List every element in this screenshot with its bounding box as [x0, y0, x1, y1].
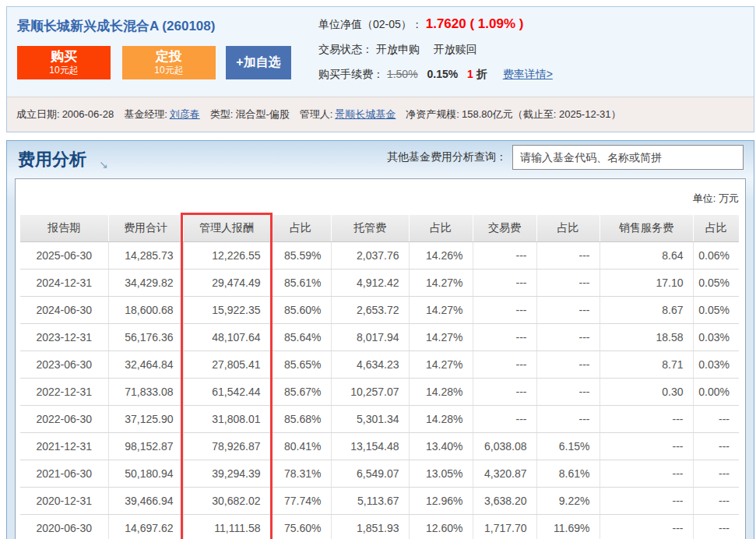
info-bar: 成立日期:2006-06-28基金经理:刘彦春类型:混合型-偏股管理人:景顺长城…: [7, 97, 754, 132]
info-value-link[interactable]: 景顺长城基金: [335, 108, 396, 120]
value-cell: ---: [536, 269, 600, 296]
add-favorite-button[interactable]: +加自选: [226, 46, 291, 79]
trade-status-line: 交易状态： 开放申购 开放赎回: [318, 42, 553, 56]
info-item: 成立日期:2006-06-28: [16, 108, 114, 120]
value-cell: 14.27%: [409, 351, 473, 378]
value-cell: 1,717.70: [473, 514, 536, 539]
value-cell: 14.26%: [409, 241, 473, 269]
report-date-cell: 2021-12-31: [20, 432, 108, 460]
value-cell: ---: [536, 405, 600, 432]
value-cell: ---: [536, 296, 600, 323]
column-header: 占比: [536, 215, 600, 241]
value-cell: 31,808.01: [183, 405, 270, 432]
value-cell: 15,922.35: [183, 296, 270, 323]
value-cell: 34,429.82: [108, 269, 183, 296]
table-row: 2020-06-3014,697.6211,111.5875.60%1,851.…: [20, 514, 739, 539]
column-header: 报告期: [20, 215, 108, 241]
section-title: 费用分析: [18, 148, 86, 171]
table-row: 2024-12-3134,429.8229,474.4985.61%4,912.…: [20, 269, 739, 296]
subscribe-status: 开放申购: [376, 43, 420, 55]
table-row: 2023-12-3156,176.3648,107.6485.64%8,017.…: [20, 323, 739, 351]
value-cell: 56,176.36: [108, 323, 183, 351]
value-cell: ---: [473, 378, 536, 405]
fund-header-panel: 景顺长城新兴成长混合A (260108) 购买 10元起 定投 10元起 +加自…: [6, 6, 754, 132]
value-cell: 4,912.42: [331, 269, 409, 296]
buy-button-label: 购买: [51, 49, 77, 65]
value-cell: 18.58: [600, 323, 693, 351]
value-cell: 0.05%: [693, 296, 739, 323]
report-date-cell: 2024-06-30: [20, 296, 108, 323]
value-cell: 27,805.41: [183, 351, 270, 378]
original-fee-rate: 1.50%: [387, 68, 418, 80]
info-label: 基金经理:: [124, 108, 167, 120]
value-cell: 78,926.87: [183, 432, 270, 460]
value-cell: ---: [536, 323, 600, 351]
value-cell: 14,285.73: [108, 241, 183, 269]
value-cell: ---: [473, 351, 536, 378]
table-row: 2022-12-3171,833.0861,542.4485.67%10,257…: [20, 378, 739, 405]
value-cell: 14.28%: [409, 378, 473, 405]
value-cell: 85.60%: [270, 296, 331, 323]
value-cell: ---: [693, 487, 739, 514]
value-cell: ---: [693, 514, 739, 539]
auto-invest-button-sub: 10元起: [154, 65, 183, 76]
column-header: 占比: [409, 215, 473, 241]
fee-table-container: 单位: 万元 报告期费用合计管理人报酬占比托管费占比交易费占比销售服务费占比 2…: [15, 178, 746, 539]
purchase-fee-label: 购买手续费：: [318, 68, 384, 80]
value-cell: 6,549.07: [331, 460, 409, 487]
value-cell: ---: [473, 269, 536, 296]
value-cell: 11.69%: [536, 514, 600, 539]
nav-value: 1.7620 ( 1.09% ): [426, 16, 524, 31]
info-value: 158.80亿元（截止至: 2025-12-31）: [462, 108, 621, 120]
column-header: 费用合计: [108, 215, 183, 241]
value-cell: 32,464.84: [108, 351, 183, 378]
value-cell: ---: [473, 296, 536, 323]
fund-query-group: 其他基金费用分析查询：: [387, 145, 744, 170]
value-cell: 4,634.23: [331, 351, 409, 378]
value-cell: ---: [600, 514, 693, 539]
value-cell: ---: [536, 241, 600, 269]
column-header: 占比: [270, 215, 331, 241]
column-header: 交易费: [473, 215, 536, 241]
value-cell: ---: [600, 460, 693, 487]
value-cell: 13,154.48: [331, 432, 409, 460]
value-cell: 3,638.20: [473, 487, 536, 514]
report-date-cell: 2020-06-30: [20, 514, 108, 539]
report-date-cell: 2022-12-31: [20, 378, 108, 405]
value-cell: 8.71: [600, 351, 693, 378]
value-cell: 0.03%: [693, 351, 739, 378]
discount-unit: 折: [476, 68, 487, 80]
value-cell: 75.60%: [270, 514, 331, 539]
auto-invest-button[interactable]: 定投 10元起: [122, 46, 216, 79]
value-cell: 6,038.08: [473, 432, 536, 460]
buy-button[interactable]: 购买 10元起: [17, 46, 111, 79]
value-cell: 71,833.08: [108, 378, 183, 405]
report-date-cell: 2023-06-30: [20, 351, 108, 378]
query-label: 其他基金费用分析查询：: [387, 150, 507, 164]
value-cell: 14.28%: [409, 405, 473, 432]
value-cell: 39,294.39: [183, 460, 270, 487]
value-cell: 14.27%: [409, 296, 473, 323]
value-cell: 30,682.02: [183, 487, 270, 514]
value-cell: 5,301.34: [331, 405, 409, 432]
value-cell: 8.67: [600, 296, 693, 323]
column-header: 占比: [693, 215, 739, 241]
info-label: 成立日期:: [16, 108, 60, 120]
value-cell: 14.27%: [409, 269, 473, 296]
fund-search-input[interactable]: [512, 145, 744, 170]
value-cell: 98,152.87: [108, 432, 183, 460]
nav-line: 单位净值（02-05）： 1.7620 ( 1.09% ): [318, 17, 553, 31]
value-cell: 13.05%: [409, 460, 473, 487]
value-cell: 78.31%: [270, 460, 331, 487]
fee-detail-link[interactable]: 费率详情>: [503, 68, 553, 80]
value-cell: 2,037.76: [331, 241, 409, 269]
column-header: 管理人报酬: [183, 215, 270, 241]
table-row: 2025-06-3014,285.7312,226.5585.59%2,037.…: [20, 241, 739, 269]
value-cell: ---: [693, 460, 739, 487]
column-header: 托管费: [331, 215, 409, 241]
discount-number: 1: [467, 68, 473, 80]
info-value-link[interactable]: 刘彦春: [170, 108, 200, 120]
report-date-cell: 2023-12-31: [20, 323, 108, 351]
value-cell: 85.61%: [270, 269, 331, 296]
value-cell: 0.06%: [693, 241, 739, 269]
